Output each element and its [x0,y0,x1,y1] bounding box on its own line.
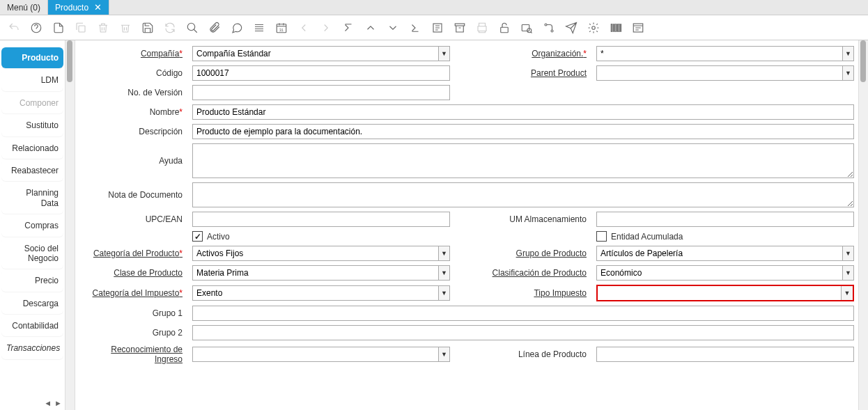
send-icon[interactable] [563,19,580,36]
tab-menu[interactable]: Menú (0) [0,0,48,15]
undo-icon[interactable] [6,19,22,36]
sidebar-scroll-left-icon[interactable]: ◄ [44,399,52,407]
save-icon[interactable] [139,19,156,36]
dropdown-clase-producto-icon[interactable]: ▼ [438,265,450,281]
report-icon[interactable] [429,19,446,36]
svg-rect-18 [621,24,621,31]
input-nombre[interactable] [192,104,854,120]
input-um-almacen[interactable] [596,212,854,227]
textarea-nota-doc[interactable] [192,182,854,207]
print-icon[interactable] [474,19,490,36]
svg-rect-13 [611,24,612,31]
label-codigo: Código [81,68,185,78]
sidebar-item-planning[interactable]: Planning Data [1,182,63,214]
input-codigo[interactable] [192,65,450,81]
label-organizacion: Organización.* [457,49,589,58]
prev-icon[interactable] [295,19,312,36]
chat-icon[interactable] [228,19,245,36]
input-clasif-producto[interactable] [596,265,842,281]
tab-producto[interactable]: Producto ✕ [48,0,109,15]
right-scrollbar[interactable] [858,40,868,410]
label-clasif-producto: Clasificación de Producto [457,268,589,278]
sidebar-item-componer[interactable]: Componer [1,93,63,113]
sidebar-item-descarga[interactable]: Descarga [1,293,63,314]
new-icon[interactable] [50,19,67,36]
input-organizacion[interactable] [596,46,842,61]
sidebar-item-relacionado[interactable]: Relacionado [1,138,63,159]
sidebar-item-sustituto[interactable]: Sustituto [1,115,63,136]
sidebar-item-transacciones[interactable]: Transacciones [1,338,63,358]
left-scrollbar[interactable] [65,40,75,410]
dropdown-clasif-producto-icon[interactable]: ▼ [842,265,854,281]
label-parent-product: Parent Product [457,68,589,78]
zoom-icon[interactable] [518,19,535,36]
dropdown-parent-product-icon[interactable]: ▼ [842,65,854,81]
input-clase-producto[interactable] [192,265,438,281]
list-icon[interactable] [251,19,268,36]
sidebar-item-contabilidad[interactable]: Contabilidad [1,315,63,336]
workflow-icon[interactable] [541,19,557,36]
form-icon[interactable] [630,19,646,36]
sidebar-item-reabastecer[interactable]: Reabastecer [1,160,63,181]
checkbox-entidad-acumulada[interactable] [596,231,607,242]
label-cat-producto: Categoría del Producto* [81,249,185,258]
label-activo: Activo [207,232,230,242]
dropdown-tipo-impuesto-icon[interactable]: ▼ [841,286,853,300]
label-tipo-impuesto: Tipo Impuesto [457,288,589,298]
input-linea-producto[interactable] [596,347,854,362]
close-icon[interactable]: ✕ [94,2,102,13]
input-compania[interactable] [192,46,438,61]
sidebar-item-precio[interactable]: Precio [1,270,63,291]
help-icon[interactable] [28,19,45,36]
input-recon-ingreso[interactable] [192,347,438,362]
checkbox-activo[interactable]: ✓ [192,231,203,242]
textarea-ayuda[interactable] [192,143,854,178]
next-icon[interactable] [318,19,334,36]
refresh-icon[interactable] [162,19,178,36]
input-grupo-producto[interactable] [596,246,842,261]
dropdown-grupo-producto-icon[interactable]: ▼ [842,246,854,261]
window-tabs: Menú (0) Producto ✕ [0,0,868,15]
sidebar-scroll-right-icon[interactable]: ► [54,399,62,407]
dropdown-organizacion-icon[interactable]: ▼ [842,46,854,61]
input-no-version[interactable] [192,85,450,100]
tab-producto-label: Producto [55,3,88,13]
dropdown-cat-impuesto-icon[interactable]: ▼ [438,285,450,301]
svg-point-12 [592,26,596,29]
calendar-icon[interactable]: 31 [273,19,290,36]
svg-rect-7 [501,27,509,33]
settings-icon[interactable] [585,19,602,36]
delete2-icon[interactable] [117,19,134,36]
sidebar-item-compras[interactable]: Compras [1,215,63,236]
dropdown-compania-icon[interactable]: ▼ [438,46,450,61]
input-tipo-impuesto[interactable] [598,286,841,300]
sidebar-item-producto[interactable]: Producto [1,47,63,68]
svg-point-10 [545,24,547,26]
input-cat-producto[interactable] [192,246,438,261]
first-icon[interactable] [340,19,357,36]
input-grupo1[interactable] [192,306,854,321]
copy-icon[interactable] [72,19,89,36]
toolbar: 31 [0,15,868,40]
label-cat-impuesto: Categoría del Impuesto* [81,288,185,298]
input-parent-product[interactable] [596,65,842,81]
dropdown-cat-producto-icon[interactable]: ▼ [438,246,450,261]
dropdown-recon-ingreso-icon[interactable]: ▼ [438,347,450,362]
attachment-icon[interactable] [206,19,223,36]
up-icon[interactable] [362,19,379,36]
label-linea-producto: Línea de Producto [457,349,589,359]
last-icon[interactable] [407,19,424,36]
input-descripcion[interactable] [192,124,854,139]
sidebar-item-socio[interactable]: Socio del Negocio [1,238,63,269]
down-icon[interactable] [385,19,401,36]
delete-icon[interactable] [95,19,111,36]
sidebar-item-ldm[interactable]: LDM [1,70,63,90]
input-grupo2[interactable] [192,325,854,340]
input-upc-ean[interactable] [192,212,450,227]
archive-icon[interactable] [451,19,468,36]
search-icon[interactable] [184,19,201,36]
input-cat-impuesto[interactable] [192,285,438,301]
barcode-icon[interactable] [607,19,624,36]
lock-icon[interactable] [496,19,513,36]
label-grupo1: Grupo 1 [81,308,185,318]
